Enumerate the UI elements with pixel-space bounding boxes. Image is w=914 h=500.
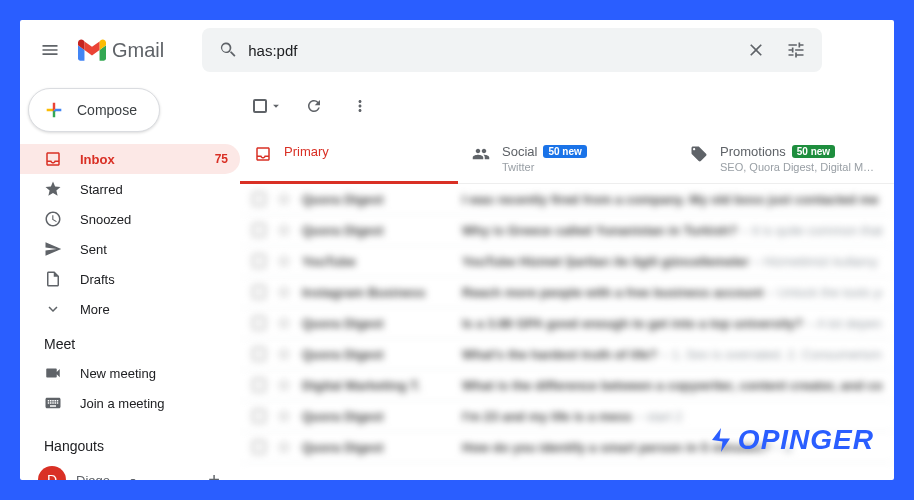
thread-list: Quora DigestI was recently fired from a …	[240, 184, 894, 480]
meet-label: Join a meeting	[80, 396, 228, 411]
nav-label: Snoozed	[80, 212, 228, 227]
nav-item-snoozed[interactable]: Snoozed	[20, 204, 240, 234]
send-icon	[44, 240, 62, 258]
tab-promotions[interactable]: Promotions50 newSEO, Quora Digest, Digit…	[676, 132, 894, 183]
thread-row[interactable]: Quora DigestWhat's the hardest truth of …	[240, 339, 894, 370]
thread-subject: Is a 3.88 GPA good enough to get into a …	[462, 316, 882, 331]
nav-item-more[interactable]: More	[20, 294, 240, 324]
thread-row[interactable]: Quora DigestI'm 23 and my life is a mess…	[240, 401, 894, 432]
hangouts-user-row[interactable]: D Diego +	[20, 460, 240, 480]
star-icon[interactable]	[276, 253, 292, 269]
gmail-app: Gmail Compose Inbox75StarredSnoozedSentD	[20, 20, 894, 480]
thread-sender: Digital Marketing T.	[302, 378, 452, 393]
thread-subject: Reach more people with a free business a…	[462, 285, 882, 300]
compose-button[interactable]: Compose	[28, 88, 160, 132]
thread-checkbox[interactable]	[252, 254, 266, 268]
thread-checkbox[interactable]	[252, 316, 266, 330]
nav-count: 75	[215, 152, 228, 166]
star-icon[interactable]	[276, 315, 292, 331]
nav-item-inbox[interactable]: Inbox75	[20, 144, 240, 174]
star-icon	[44, 180, 62, 198]
tab-social[interactable]: Social50 newTwitter	[458, 132, 676, 183]
tab-title: Primary	[284, 144, 329, 159]
thread-subject: What is the difference between a copywri…	[462, 378, 882, 393]
meet-item-join-a-meeting[interactable]: Join a meeting	[20, 388, 240, 418]
thread-sender: Quora Digest	[302, 192, 452, 207]
checkbox-icon	[253, 99, 267, 113]
thread-checkbox[interactable]	[252, 192, 266, 206]
thread-row[interactable]: Quora DigestHow do you identify a smart …	[240, 432, 894, 463]
thread-sender: YouTube	[302, 254, 452, 269]
gmail-logo-icon	[78, 39, 106, 61]
clock-icon	[44, 210, 62, 228]
thread-row[interactable]: YouTubeYouTube Hizmet Şartları ile ilgil…	[240, 246, 894, 277]
thread-row[interactable]: Digital Marketing T.What is the differen…	[240, 370, 894, 401]
main-menu-button[interactable]	[30, 30, 70, 70]
thread-subject: What's the hardest truth of life? – 1. S…	[462, 347, 882, 362]
toolbar	[240, 80, 894, 132]
search-options-button[interactable]	[776, 30, 816, 70]
chevron-down-icon	[127, 474, 139, 480]
thread-row[interactable]: Instagram BusinessReach more people with…	[240, 277, 894, 308]
tune-icon	[786, 40, 806, 60]
tab-title: Promotions	[720, 144, 786, 159]
star-icon[interactable]	[276, 346, 292, 362]
star-icon[interactable]	[276, 439, 292, 455]
video-icon	[44, 364, 62, 382]
select-all-button[interactable]	[252, 90, 284, 122]
meet-item-new-meeting[interactable]: New meeting	[20, 358, 240, 388]
thread-sender: Quora Digest	[302, 347, 452, 362]
thread-checkbox[interactable]	[252, 409, 266, 423]
people-icon	[472, 145, 490, 163]
thread-sender: Quora Digest	[302, 440, 452, 455]
search-bar[interactable]	[202, 28, 822, 72]
thread-subject: YouTube Hizmet Şartları ile ilgili günce…	[462, 254, 882, 269]
star-icon[interactable]	[276, 222, 292, 238]
star-icon[interactable]	[276, 191, 292, 207]
nav-item-starred[interactable]: Starred	[20, 174, 240, 204]
thread-checkbox[interactable]	[252, 223, 266, 237]
thread-sender: Quora Digest	[302, 316, 452, 331]
search-button[interactable]	[208, 30, 248, 70]
thread-checkbox[interactable]	[252, 440, 266, 454]
hangouts-add-button[interactable]: +	[200, 466, 228, 480]
star-icon[interactable]	[276, 408, 292, 424]
category-tabs: PrimarySocial50 newTwitterPromotions50 n…	[240, 132, 894, 184]
tab-primary[interactable]: Primary	[240, 132, 458, 183]
tab-badge: 50 new	[792, 145, 835, 158]
close-icon	[746, 40, 766, 60]
more-vert-icon	[351, 97, 369, 115]
thread-row[interactable]: Quora DigestI was recently fired from a …	[240, 184, 894, 215]
more-button[interactable]	[344, 90, 376, 122]
nav-label: Sent	[80, 242, 228, 257]
thread-checkbox[interactable]	[252, 378, 266, 392]
nav-label: Inbox	[80, 152, 197, 167]
nav-item-sent[interactable]: Sent	[20, 234, 240, 264]
meet-section-title: Meet	[20, 324, 240, 358]
thread-sender: Instagram Business	[302, 285, 452, 300]
thread-sender: Quora Digest	[302, 223, 452, 238]
gmail-logo-text: Gmail	[112, 39, 164, 62]
nav-label: Drafts	[80, 272, 228, 287]
thread-checkbox[interactable]	[252, 347, 266, 361]
nav-label: More	[80, 302, 228, 317]
file-icon	[44, 270, 62, 288]
meet-label: New meeting	[80, 366, 228, 381]
keyboard-icon	[44, 394, 62, 412]
star-icon[interactable]	[276, 377, 292, 393]
chevron-down-icon	[269, 99, 283, 113]
nav-item-drafts[interactable]: Drafts	[20, 264, 240, 294]
search-input[interactable]	[248, 42, 736, 59]
refresh-button[interactable]	[298, 90, 330, 122]
menu-icon	[40, 40, 60, 60]
plus-multicolor-icon	[43, 99, 65, 121]
gmail-logo[interactable]: Gmail	[78, 39, 164, 62]
body: Compose Inbox75StarredSnoozedSentDraftsM…	[20, 80, 894, 480]
thread-row[interactable]: Quora DigestIs a 3.88 GPA good enough to…	[240, 308, 894, 339]
star-icon[interactable]	[276, 284, 292, 300]
thread-checkbox[interactable]	[252, 285, 266, 299]
header: Gmail	[20, 20, 894, 80]
search-icon	[218, 40, 238, 60]
clear-search-button[interactable]	[736, 30, 776, 70]
thread-row[interactable]: Quora DigestWhy is Greece called Yunanis…	[240, 215, 894, 246]
